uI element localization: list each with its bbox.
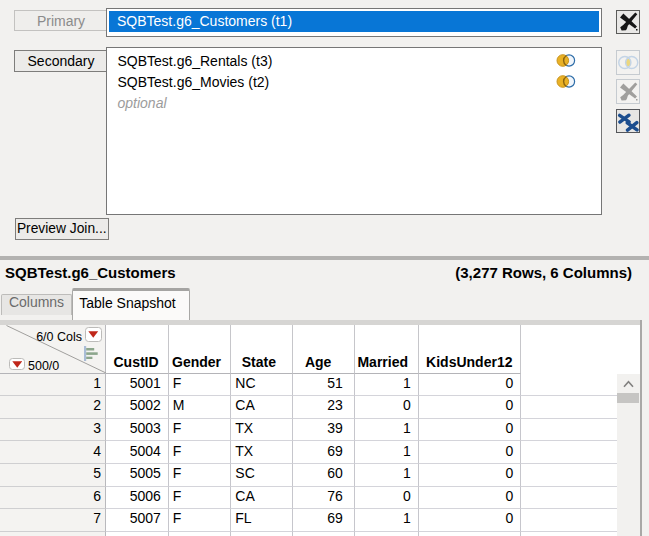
cell-state[interactable]: FL: [231, 509, 293, 532]
column-header-custid[interactable]: CustID: [106, 325, 169, 374]
row-number[interactable]: 7: [0, 509, 106, 532]
cell-filler: [521, 509, 617, 532]
table-row: 7 5007 F FL 69 1 0: [0, 509, 617, 532]
rows-red-triangle-menu[interactable]: [9, 358, 26, 371]
join-venn-icon[interactable]: [556, 75, 576, 88]
cell-married[interactable]: [355, 532, 419, 536]
cell-age[interactable]: 69: [293, 441, 355, 464]
cell-gender[interactable]: F: [169, 374, 231, 397]
cell-kidsunder12[interactable]: 0: [419, 464, 521, 487]
cell-state[interactable]: SC: [231, 464, 293, 487]
secondary-table-item[interactable]: SQBTest.g6_Movies (t2): [108, 71, 601, 92]
column-header-kidsunder12[interactable]: KidsUnder12: [419, 325, 521, 374]
column-header-married[interactable]: Married: [355, 325, 419, 374]
remove-primary-button[interactable]: [616, 10, 641, 34]
cell-gender[interactable]: F: [169, 464, 231, 487]
secondary-tables-listbox[interactable]: SQBTest.g6_Rentals (t3) SQBTest.g6_Movie…: [106, 47, 603, 215]
cell-state[interactable]: TX: [231, 441, 293, 464]
cell-custid[interactable]: 5006: [106, 487, 169, 510]
table-header: 6/0 Cols 500/0: [0, 325, 640, 374]
cell-age[interactable]: 23: [293, 396, 355, 419]
cell-kidsunder12[interactable]: 0: [419, 396, 521, 419]
table-title: SQBTest.g6_Customers: [5, 264, 176, 281]
cell-gender[interactable]: F: [169, 487, 231, 510]
cell-kidsunder12[interactable]: 0: [419, 487, 521, 510]
cell-married[interactable]: 1: [355, 464, 419, 487]
tab-columns[interactable]: Columns: [1, 294, 72, 315]
cell-age[interactable]: 76: [293, 487, 355, 510]
row-number[interactable]: 6: [0, 487, 106, 510]
cell-custid[interactable]: 5007: [106, 509, 169, 532]
cell-married[interactable]: 0: [355, 396, 419, 419]
cell-filler: [521, 441, 617, 464]
cell-gender[interactable]: M: [169, 396, 231, 419]
cell-married[interactable]: 1: [355, 441, 419, 464]
cell-custid[interactable]: 5002: [106, 396, 169, 419]
column-header-age[interactable]: Age: [293, 325, 355, 374]
cell-state[interactable]: TX: [231, 419, 293, 442]
cell-custid[interactable]: 5003: [106, 419, 169, 442]
cell-gender[interactable]: F: [169, 419, 231, 442]
cell-married[interactable]: 1: [355, 374, 419, 397]
table-stats: (3,277 Rows, 6 Columns): [455, 264, 632, 281]
cell-gender[interactable]: F: [169, 441, 231, 464]
cell-age[interactable]: 39: [293, 419, 355, 442]
cell-married[interactable]: 1: [355, 509, 419, 532]
table-corner-cell[interactable]: 6/0 Cols 500/0: [0, 325, 106, 374]
cell-filler: [521, 532, 617, 536]
row-number[interactable]: 2: [0, 396, 106, 419]
row-number[interactable]: 3: [0, 419, 106, 442]
row-number[interactable]: 5: [0, 464, 106, 487]
cell-married[interactable]: 0: [355, 487, 419, 510]
cell-state[interactable]: CA: [231, 487, 293, 510]
cell-married[interactable]: 1: [355, 419, 419, 442]
cell-kidsunder12[interactable]: 0: [419, 374, 521, 397]
cell-kidsunder12[interactable]: 0: [419, 419, 521, 442]
remove-secondary-button-disabled[interactable]: [616, 79, 641, 104]
tab-table-snapshot[interactable]: Table Snapshot: [72, 288, 190, 320]
cell-kidsunder12[interactable]: [419, 532, 521, 536]
join-venn-icon[interactable]: [556, 54, 576, 67]
cell-age[interactable]: 51: [293, 374, 355, 397]
primary-button[interactable]: Primary: [14, 10, 108, 31]
cell-filler: [521, 464, 617, 487]
vertical-scrollbar[interactable]: [617, 374, 640, 536]
cell-custid[interactable]: 5001: [106, 374, 169, 397]
cell-gender[interactable]: [169, 532, 231, 536]
cell-gender[interactable]: F: [169, 509, 231, 532]
row-number[interactable]: 1: [0, 374, 106, 397]
column-header-gender[interactable]: Gender: [169, 325, 231, 374]
delete-x-icon: [617, 11, 639, 32]
columns-summary: 6/0 Cols: [36, 330, 82, 344]
cell-kidsunder12[interactable]: 0: [419, 441, 521, 464]
cell-custid[interactable]: 5005: [106, 464, 169, 487]
secondary-table-item[interactable]: SQBTest.g6_Rentals (t3): [108, 50, 601, 71]
scroll-up-icon[interactable]: [623, 380, 634, 388]
cell-age[interactable]: [293, 532, 355, 536]
scrollbar-thumb[interactable]: [617, 393, 639, 403]
cell-filler: [521, 396, 617, 419]
table-row: 6 5006 F CA 76 0 0: [0, 487, 617, 510]
secondary-table-label: SQBTest.g6_Movies (t2): [118, 74, 270, 90]
column-header-state[interactable]: State: [231, 325, 293, 374]
cell-kidsunder12[interactable]: 0: [419, 509, 521, 532]
cell-state[interactable]: [231, 532, 293, 536]
preview-join-button[interactable]: Preview Join...: [15, 218, 109, 240]
remove-all-joins-button[interactable]: [616, 109, 641, 134]
cell-age[interactable]: 69: [293, 509, 355, 532]
primary-table-listbox[interactable]: SQBTest.g6_Customers (t1): [106, 8, 603, 37]
secondary-optional-placeholder: optional: [108, 92, 601, 113]
edit-join-button-disabled[interactable]: [616, 50, 641, 75]
cell-age[interactable]: 60: [293, 464, 355, 487]
cell-custid[interactable]: 5004: [106, 441, 169, 464]
row-number[interactable]: [0, 532, 106, 536]
cell-custid[interactable]: [106, 532, 169, 536]
cell-filler: [521, 374, 617, 397]
columns-red-triangle-menu[interactable]: [85, 327, 102, 342]
row-number[interactable]: 4: [0, 441, 106, 464]
cell-state[interactable]: NC: [231, 374, 293, 397]
secondary-button[interactable]: Secondary: [14, 50, 108, 72]
table-row: 5 5005 F SC 60 1 0: [0, 464, 617, 487]
cell-state[interactable]: CA: [231, 396, 293, 419]
primary-table-selected-item[interactable]: SQBTest.g6_Customers (t1): [109, 11, 600, 33]
